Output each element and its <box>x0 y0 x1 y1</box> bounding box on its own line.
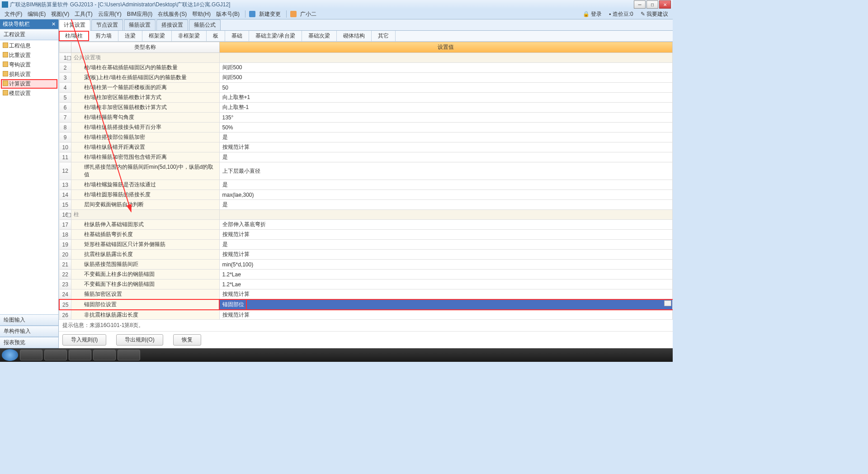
close-button[interactable]: ✕ <box>659 0 671 9</box>
setting-value[interactable]: 全部伸入基底弯折 <box>219 220 673 230</box>
tab[interactable]: 搭接设置 <box>156 19 188 30</box>
task-item[interactable] <box>20 350 42 360</box>
setting-value[interactable]: 按规范计算 <box>219 310 673 319</box>
new-change-button[interactable]: 新建变更 <box>257 9 283 19</box>
subtab[interactable]: 连梁 <box>118 31 142 41</box>
setting-value[interactable]: max(lae,300) <box>219 190 673 200</box>
subtab[interactable]: 基础 <box>225 31 249 41</box>
table-row[interactable]: 22不变截面上柱多出的钢筋锚固1.2*Lae <box>59 270 673 280</box>
table-row[interactable]: 7柱/墙柱箍筋弯勾角度135° <box>59 113 673 123</box>
setting-value[interactable] <box>219 210 673 220</box>
accordion-single-input[interactable]: 单构件输入 <box>0 326 58 337</box>
subtab[interactable]: 其它 <box>372 31 396 41</box>
setting-value[interactable]: 135° <box>219 113 673 123</box>
subtab[interactable]: 框架梁 <box>142 31 172 41</box>
nav-item[interactable]: 比重设置 <box>1 51 57 60</box>
gxe-button[interactable]: 广小二 <box>298 9 318 19</box>
subtab[interactable]: 板 <box>207 31 225 41</box>
menu-tools[interactable]: 工具(T) <box>73 9 94 19</box>
ellipsis-button[interactable]: ⋯ <box>664 300 671 306</box>
setting-value[interactable]: 1.2*Lae <box>219 280 673 289</box>
table-row[interactable]: 17柱纵筋伸入基础锚固形式全部伸入基底弯折 <box>59 220 673 230</box>
table-row[interactable]: 5柱/墙柱加密区箍筋根数计算方式向上取整+1 <box>59 93 673 103</box>
task-item[interactable] <box>44 350 67 360</box>
setting-value[interactable]: 向上取整+1 <box>219 93 673 103</box>
table-row[interactable]: 6柱/墙柱非加密区箍筋根数计算方式向上取整-1 <box>59 103 673 113</box>
table-row[interactable]: 9柱/墙柱搭接部位箍筋加密是 <box>59 133 673 142</box>
minimize-button[interactable]: ─ <box>634 0 646 9</box>
accordion-report[interactable]: 报表预览 <box>0 337 58 348</box>
setting-value[interactable]: 是 <box>219 180 673 190</box>
setting-value[interactable]: 按规范计算 <box>219 230 673 240</box>
nav-item[interactable]: 楼层设置 <box>1 89 57 98</box>
table-row[interactable]: 23不变截面下柱多出的钢筋锚固1.2*Lae <box>59 280 673 289</box>
setting-value[interactable]: 是 <box>219 152 673 162</box>
setting-value[interactable]: 是 <box>219 200 673 210</box>
subtab[interactable]: 非框架梁 <box>172 31 207 41</box>
tab[interactable]: 箍筋设置 <box>124 19 156 30</box>
menu-view[interactable]: 视图(V) <box>49 9 71 19</box>
table-row[interactable]: 10柱/墙柱纵筋错开距离设置按规范计算 <box>59 142 673 152</box>
maximize-button[interactable]: □ <box>646 0 658 9</box>
start-button[interactable] <box>2 349 18 361</box>
table-row[interactable]: 18柱基础插筋弯折长度按规范计算 <box>59 230 673 240</box>
setting-value[interactable]: 向上取整-1 <box>219 103 673 113</box>
table-row[interactable]: 4柱/墙柱第一个箍筋距楼板面的距离50 <box>59 83 673 93</box>
setting-value[interactable]: 锚固部位⋯ <box>219 299 673 310</box>
task-item[interactable] <box>69 350 91 360</box>
table-row[interactable]: 3梁(板)上柱/墙柱在插筋锚固区内的箍筋数量间距500 <box>59 73 673 83</box>
table-row[interactable]: 2柱/墙柱在基础插筋锚固区内的箍筋数量间距500 <box>59 63 673 73</box>
menu-edit[interactable]: 编辑(E) <box>26 9 47 19</box>
menu-cloud[interactable]: 云应用(Y) <box>96 9 123 19</box>
tab[interactable]: 节点设置 <box>91 19 123 30</box>
setting-value[interactable] <box>219 53 673 63</box>
accordion-draw-input[interactable]: 绘图输入 <box>0 314 58 326</box>
setting-value[interactable]: 1.2*Lae <box>219 270 673 280</box>
table-row[interactable]: 12绑扎搭接范围内的箍筋间距min(5d,100)中，纵筋d的取值上下层最小直径 <box>59 162 673 180</box>
setting-value[interactable]: 间距500 <box>219 63 673 73</box>
task-item[interactable] <box>118 350 140 360</box>
menu-online[interactable]: 在线服务(S) <box>156 9 189 19</box>
setting-value[interactable]: 上下层最小直径 <box>219 162 673 180</box>
table-row[interactable]: 20抗震柱纵筋露出长度按规范计算 <box>59 250 673 260</box>
price-label[interactable]: ▪ 造价豆:0 <box>607 9 635 19</box>
table-row[interactable]: 19矩形柱基础锚固区只计算外侧箍筋是 <box>59 240 673 250</box>
import-rule-button[interactable]: 导入规则(I) <box>62 334 106 346</box>
collapse-icon[interactable]: − <box>67 56 71 60</box>
setting-value[interactable]: min(5*d,100) <box>219 260 673 270</box>
table-row[interactable]: 8柱/墙柱纵筋搭接接头错开百分率50% <box>59 123 673 133</box>
subtab[interactable]: 柱/墙柱 <box>59 31 89 41</box>
tab[interactable]: 箍筋公式 <box>189 19 221 30</box>
tab[interactable]: 计算设置 <box>59 19 90 31</box>
menu-version[interactable]: 版本号(B) <box>214 9 241 19</box>
login-button[interactable]: 🔒 登录 <box>581 9 604 19</box>
subtab[interactable]: 砌体结构 <box>337 31 372 41</box>
menu-file[interactable]: 文件(F) <box>3 9 24 19</box>
restore-button[interactable]: 恢复 <box>173 334 201 346</box>
task-item[interactable] <box>93 350 116 360</box>
setting-value[interactable]: 按规范计算 <box>219 289 673 300</box>
setting-value[interactable]: 50 <box>219 83 673 93</box>
suggest-button[interactable]: ✎ 我要建议 <box>639 9 670 19</box>
setting-value[interactable]: 按规范计算 <box>219 142 673 152</box>
accordion-project-settings[interactable]: 工程设置 <box>0 29 58 40</box>
table-row[interactable]: 21纵筋搭接范围箍筋间距min(5*d,100) <box>59 260 673 270</box>
menu-bim[interactable]: BIM应用(I) <box>125 9 155 19</box>
nav-item[interactable]: 计算设置 <box>1 79 57 89</box>
nav-close-icon[interactable]: ✕ <box>52 21 56 27</box>
setting-value[interactable]: 按规范计算 <box>219 250 673 260</box>
subtab[interactable]: 基础主梁/承台梁 <box>249 31 302 41</box>
nav-item[interactable]: 弯钩设置 <box>1 60 57 70</box>
collapse-icon[interactable]: − <box>67 213 71 217</box>
setting-value[interactable]: 间距500 <box>219 73 673 83</box>
subtab[interactable]: 基础次梁 <box>302 31 337 41</box>
nav-item[interactable]: 损耗设置 <box>1 70 57 79</box>
table-row[interactable]: 13柱/墙柱螺旋箍筋是否连续通过是 <box>59 180 673 190</box>
menu-help[interactable]: 帮助(H) <box>190 9 212 19</box>
table-row[interactable]: 15层间变截面钢筋自动判断是 <box>59 200 673 210</box>
setting-value[interactable]: 是 <box>219 240 673 250</box>
export-rule-button[interactable]: 导出规则(O) <box>116 334 163 346</box>
setting-value[interactable]: 50% <box>219 123 673 133</box>
subtab[interactable]: 剪力墙 <box>89 31 118 41</box>
table-row[interactable]: 14柱/墙柱圆形箍筋的搭接长度max(lae,300) <box>59 190 673 200</box>
